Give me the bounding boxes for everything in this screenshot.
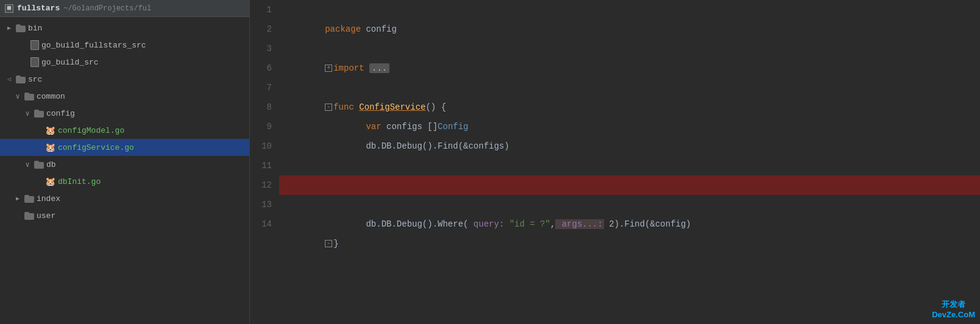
svg-rect-9 <box>34 161 39 163</box>
ln-2: 2 <box>250 19 272 39</box>
ln-9: 9 <box>250 117 272 136</box>
user-folder-icon <box>24 212 34 220</box>
file-icon <box>30 40 39 50</box>
code-line-13 <box>279 195 980 214</box>
code-line-10 <box>279 136 980 156</box>
configmodel-label: configModel.go <box>58 126 124 135</box>
file-tree: ▶ bin go_build_fullstars_src go_build_sr… <box>0 17 249 324</box>
fold-icon-close[interactable]: - <box>325 240 332 247</box>
sidebar-item-user[interactable]: user <box>0 207 249 224</box>
svg-rect-7 <box>34 110 39 112</box>
watermark-line1: 开发者 <box>932 299 975 310</box>
src-label: src <box>28 75 42 84</box>
gopher-icon-dbinit: 🐹 <box>45 177 55 187</box>
sidebar-item-go-build-src[interactable]: go_build_src <box>0 54 249 71</box>
db-label: db <box>46 160 56 169</box>
file-icon2 <box>30 57 39 67</box>
sidebar-item-config[interactable]: ∨ config <box>0 105 249 122</box>
code-line-14: -} <box>279 214 980 234</box>
project-icon: ■ <box>5 4 13 13</box>
index-label: index <box>37 194 60 203</box>
src-folder-icon <box>16 76 26 83</box>
sidebar-item-configmodel[interactable]: 🐹 configModel.go <box>0 122 249 139</box>
index-arrow: ▶ <box>13 195 22 202</box>
sidebar-item-go-build-fullstars[interactable]: go_build_fullstars_src <box>0 37 249 54</box>
gopher-icon-configmodel: 🐹 <box>45 125 55 136</box>
common-label: common <box>37 92 65 101</box>
ln-3: 3 <box>250 39 272 58</box>
sidebar-item-bin[interactable]: ▶ bin <box>0 19 249 37</box>
configservice-label: configService.go <box>58 143 134 152</box>
code-line-9: db.DB.Debug().Find(&configs) <box>279 117 980 136</box>
common-arrow: ∨ <box>13 92 22 101</box>
arrow-icon: ▶ <box>5 24 13 32</box>
sidebar-item-dbinit[interactable]: 🐹 dbInit.go <box>0 173 249 190</box>
svg-rect-13 <box>24 212 29 214</box>
watermark: 开发者 DevZe.CoM <box>932 299 975 319</box>
code-lines[interactable]: package config +import ... -func ConfigS… <box>279 0 980 324</box>
code-editor: 1 2 3 6 7 8 9 10 11 12 13 14 package con… <box>250 0 980 324</box>
svg-rect-11 <box>24 195 29 197</box>
dbinit-label: dbInit.go <box>58 177 101 186</box>
project-name: fullstars <box>17 4 60 13</box>
config-arrow: ∨ <box>23 109 32 118</box>
go-build-src-label: go_build_src <box>41 58 99 67</box>
watermark-line2: DevZe.CoM <box>932 310 975 319</box>
ln-1: 1 <box>250 0 272 19</box>
gopher-icon-configservice: 🐹 <box>45 143 55 153</box>
ln-6: 6 <box>250 58 272 78</box>
sidebar-item-configservice[interactable]: 🐹 configService.go <box>0 139 249 156</box>
code-line-6 <box>279 58 980 78</box>
svg-rect-5 <box>24 93 29 95</box>
svg-rect-1 <box>16 24 21 27</box>
go-build-fullstars-label: go_build_fullstars_src <box>41 41 146 50</box>
sidebar: ■ fullstars ~/GolandProjects/ful ▶ bin g… <box>0 0 250 324</box>
config-folder-icon <box>34 110 44 118</box>
code-line-2 <box>279 19 980 39</box>
bin-label: bin <box>28 24 42 33</box>
code-line-7: -func ConfigService() { <box>279 78 980 97</box>
ln-12: 12 <box>250 175 272 195</box>
src-arrow: ◁ <box>5 76 13 83</box>
ln-11: 11 <box>250 156 272 175</box>
sidebar-item-common[interactable]: ∨ common <box>0 88 249 105</box>
db-arrow: ∨ <box>23 160 32 169</box>
code-line-1: package config <box>279 0 980 19</box>
code-line-8: var configs []Config <box>279 97 980 117</box>
ln-13: 13 <box>250 195 272 214</box>
index-folder-icon <box>24 195 34 203</box>
ln-14: 14 <box>250 214 272 234</box>
folder-icon <box>16 24 26 32</box>
ln-8: 8 <box>250 97 272 117</box>
code-area: 1 2 3 6 7 8 9 10 11 12 13 14 package con… <box>250 0 980 324</box>
line-numbers: 1 2 3 6 7 8 9 10 11 12 13 14 <box>250 0 279 324</box>
project-path: ~/GolandProjects/ful <box>63 4 151 13</box>
svg-rect-3 <box>16 76 21 78</box>
code-line-12: db.DB.Debug().Where( query: "id = ?", ar… <box>279 175 980 195</box>
sidebar-item-db[interactable]: ∨ db <box>0 156 249 173</box>
code-line-11: var config Config <box>279 156 980 175</box>
db-folder-icon <box>34 161 44 169</box>
code-line-3: +import ... <box>279 39 980 58</box>
config-label: config <box>46 109 75 118</box>
common-folder-icon <box>24 93 34 100</box>
user-label: user <box>37 211 55 220</box>
sidebar-item-index[interactable]: ▶ index <box>0 190 249 207</box>
ln-10: 10 <box>250 136 272 156</box>
sidebar-title: ■ fullstars ~/GolandProjects/ful <box>0 0 249 17</box>
ln-7: 7 <box>250 78 272 97</box>
sidebar-item-src[interactable]: ◁ src <box>0 71 249 88</box>
